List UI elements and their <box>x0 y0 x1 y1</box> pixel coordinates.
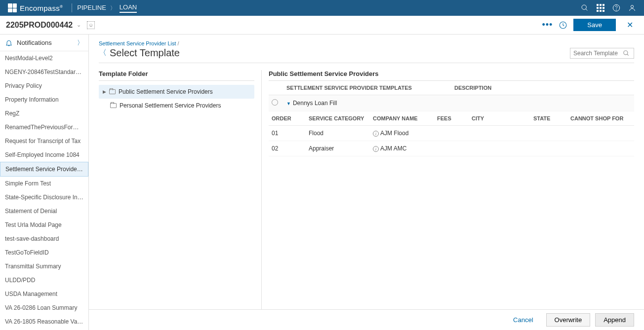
sidebar-item[interactable]: Statement of Denial <box>0 204 88 218</box>
sidebar-item[interactable]: test-save-dashboard <box>0 232 88 246</box>
footer-actions: Cancel Overwrite Append <box>89 309 644 330</box>
folder-panel: Template Folder ▶Public Settlement Servi… <box>99 70 262 330</box>
svg-point-0 <box>582 5 586 9</box>
sidebar-item[interactable]: RenamedThePreviousForm_202... <box>0 120 88 134</box>
loan-number: 2205PROD000442 <box>6 21 73 30</box>
cell-order: 01 <box>269 126 306 141</box>
folder-label: Personal Settlement Service Providers <box>120 102 221 109</box>
folder-label: Public Settlement Service Providers <box>119 88 213 95</box>
folder-item[interactable]: Personal Settlement Service Providers <box>99 99 254 112</box>
cell-category: Appraiser <box>306 141 370 156</box>
close-icon[interactable]: ✕ <box>622 20 638 30</box>
logo-icon <box>8 3 17 12</box>
caret-down-icon[interactable]: ▼ <box>286 101 291 106</box>
sidebar-item[interactable]: TestGoToFieldID <box>0 246 88 259</box>
chevron-right-icon: 〉 <box>77 38 83 47</box>
svg-point-3 <box>616 10 617 10</box>
svg-point-4 <box>631 5 633 8</box>
sidebar-item[interactable]: Self-Employed Income 1084 <box>0 148 88 162</box>
topbar-actions <box>581 4 640 12</box>
folder-icon <box>109 89 116 94</box>
help-icon[interactable] <box>612 4 620 12</box>
apps-icon[interactable] <box>597 4 604 12</box>
cell-order: 02 <box>269 141 306 156</box>
cell-category: Flood <box>306 126 370 141</box>
col-cannot-shop: CANNOT SHOP FOR <box>567 111 634 126</box>
notifications-label: Notifications <box>17 39 77 46</box>
svg-line-1 <box>586 9 587 10</box>
details-table: ORDER SERVICE CATEGORY COMPANY NAME FEES… <box>269 111 634 156</box>
divider <box>72 3 72 12</box>
providers-panel: Public Settlement Service Providers SETT… <box>262 70 634 330</box>
cancel-button[interactable]: Cancel <box>505 314 541 326</box>
user-icon[interactable] <box>628 4 636 12</box>
loan-header: 2205PROD000442 ⌄ ☺ ••• Save ✕ <box>0 16 644 35</box>
search-input[interactable] <box>573 50 623 57</box>
breadcrumb-loan[interactable]: LOAN <box>120 3 137 13</box>
logo[interactable]: Encompass® <box>4 3 67 12</box>
folder-panel-title: Template Folder <box>99 70 254 77</box>
info-icon[interactable]: i <box>373 146 379 152</box>
loan-actions: ••• Save ✕ <box>542 19 638 31</box>
col-templates: SETTLEMENT SERVICE PROVIDER TEMPLATES <box>283 81 451 95</box>
sidebar-item[interactable]: Property Information <box>0 93 88 107</box>
sidebar-item[interactable]: Settlement Service Provider List <box>0 162 88 177</box>
main-content: Settlement Service Provider List / 〈 Sel… <box>89 35 644 330</box>
col-order: ORDER <box>269 111 306 126</box>
sidebar-item[interactable]: RegZ <box>0 107 88 120</box>
sidebar-item[interactable]: ULDD/PDD <box>0 273 88 287</box>
table-row[interactable]: 02AppraiseriAJM AMC <box>269 141 634 156</box>
borrower-badge-icon[interactable]: ☺ <box>87 21 95 29</box>
loan-dropdown-icon[interactable]: ⌄ <box>77 22 81 28</box>
folder-item[interactable]: ▶Public Settlement Service Providers <box>99 85 254 99</box>
chevron-right-icon: 〉 <box>110 4 116 12</box>
breadcrumb-pipeline[interactable]: PIPELINE <box>77 4 106 12</box>
template-row[interactable]: ▼Dennys Loan Fill <box>269 95 634 111</box>
template-name: Dennys Loan Fill <box>293 100 337 107</box>
sidebar-item[interactable]: NGENY-20846TestStandardForm <box>0 65 88 79</box>
col-category: SERVICE CATEGORY <box>306 111 370 126</box>
sidebar-item[interactable]: NestModal-Level2 <box>0 51 88 65</box>
breadcrumb-link[interactable]: Settlement Service Provider List <box>99 40 176 46</box>
bell-icon <box>5 39 13 47</box>
logo-text: Encompass® <box>20 4 63 12</box>
history-icon[interactable] <box>559 21 567 30</box>
col-company: COMPANY NAME <box>370 111 434 126</box>
svg-point-6 <box>624 50 628 54</box>
more-icon[interactable]: ••• <box>542 20 553 30</box>
col-fees: FEES <box>434 111 469 126</box>
breadcrumb-top: PIPELINE 〉 LOAN <box>77 3 137 13</box>
folder-icon <box>110 103 117 108</box>
col-description: DESCRIPTION <box>451 81 634 95</box>
col-state: STATE <box>530 111 567 126</box>
templates-table: SETTLEMENT SERVICE PROVIDER TEMPLATES DE… <box>269 81 634 111</box>
notifications-toggle[interactable]: Notifications 〉 <box>0 35 88 51</box>
breadcrumb-detail: Settlement Service Provider List / <box>99 40 634 46</box>
cell-company: iAJM AMC <box>370 141 434 156</box>
search-icon[interactable] <box>581 4 589 12</box>
sidebar-item[interactable]: Privacy Policy <box>0 79 88 93</box>
sidebar-item[interactable]: VA 26-0286 Loan Summary <box>0 301 88 315</box>
sidebar-item[interactable]: USDA Management <box>0 287 88 301</box>
search-template[interactable] <box>570 48 634 59</box>
sidebar-item[interactable]: State-Specific Disclosure Informa... <box>0 190 88 204</box>
radio-select[interactable] <box>272 99 278 106</box>
search-icon <box>623 50 630 57</box>
col-city: CITY <box>469 111 530 126</box>
sidebar: Notifications 〉 NestModal-Level2NGENY-20… <box>0 35 89 330</box>
save-button[interactable]: Save <box>573 19 616 31</box>
overwrite-button[interactable]: Overwrite <box>546 313 591 327</box>
sidebar-item[interactable]: VA 26-1805 Reasonable Value <box>0 315 88 329</box>
sidebar-item[interactable]: Test Urla Modal Page <box>0 218 88 232</box>
providers-panel-title: Public Settlement Service Providers <box>269 70 634 77</box>
svg-line-7 <box>627 54 629 55</box>
append-button[interactable]: Append <box>595 313 634 327</box>
cell-company: iAJM Flood <box>370 126 434 141</box>
table-row[interactable]: 01FloodiAJM Flood <box>269 126 634 141</box>
info-icon[interactable]: i <box>373 131 379 137</box>
sidebar-item[interactable]: Request for Transcript of Tax <box>0 134 88 148</box>
back-icon[interactable]: 〈 <box>99 48 107 58</box>
sidebar-item[interactable]: Simple Form Test <box>0 177 88 190</box>
sidebar-item[interactable]: Transmittal Summary <box>0 259 88 273</box>
caret-right-icon: ▶ <box>103 89 106 94</box>
